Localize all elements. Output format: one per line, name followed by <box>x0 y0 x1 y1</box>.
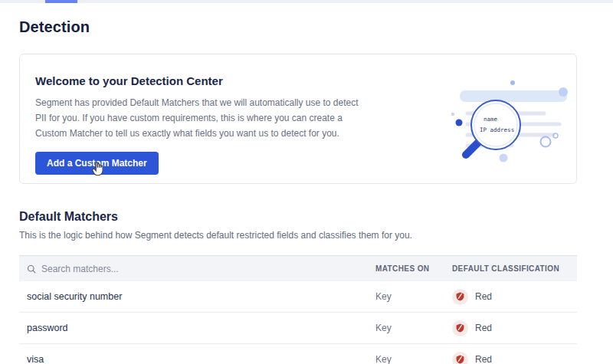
search-icon <box>27 264 36 274</box>
table-row: password Key Red <box>19 313 577 344</box>
magnifier-label-name: name <box>484 116 498 123</box>
classification-label: Red <box>475 323 492 333</box>
matcher-matches-on: Key <box>375 291 452 302</box>
shield-icon <box>456 323 464 333</box>
active-tab-indicator[interactable] <box>45 0 77 3</box>
detection-illustration: name IP address <box>438 65 576 172</box>
magnifier-glass <box>471 100 520 149</box>
matcher-name: visa <box>19 354 375 364</box>
welcome-description: Segment has provided Default Matchers th… <box>35 95 366 141</box>
search-matchers-input[interactable] <box>41 264 271 274</box>
matcher-classification: Red <box>452 289 577 305</box>
dot-small-blue <box>510 80 515 85</box>
classification-label: Red <box>475 354 492 364</box>
welcome-heading: Welcome to your Detection Center <box>35 74 223 87</box>
table-row: visa Key Red <box>19 344 577 364</box>
table-row: social security number Key Red <box>19 281 577 313</box>
tab-bar <box>0 0 613 3</box>
dot-dark-blue <box>456 120 463 126</box>
matchers-table: Matches On Default Classification social… <box>19 255 577 364</box>
matcher-matches-on: Key <box>375 323 452 333</box>
column-header-default-classification: Default Classification <box>452 264 577 273</box>
column-header-matches-on: Matches On <box>375 264 452 273</box>
welcome-card: Welcome to your Detection Center Segment… <box>19 54 577 184</box>
default-matchers-subtitle: This is the logic behind how Segment det… <box>19 230 412 241</box>
matcher-classification: Red <box>452 320 577 336</box>
default-matchers-heading: Default Matchers <box>19 210 118 224</box>
classification-badge <box>452 320 468 336</box>
classification-badge <box>452 289 468 305</box>
page-title: Detection <box>19 18 90 36</box>
magnifier-label-ip: IP address <box>480 126 514 133</box>
matcher-matches-on: Key <box>375 354 452 364</box>
classification-label: Red <box>475 291 492 302</box>
matcher-name: password <box>19 323 375 333</box>
table-header: Matches On Default Classification <box>19 256 577 281</box>
classification-badge <box>452 352 468 364</box>
matcher-name: social security number <box>19 291 375 302</box>
dot-light-blue <box>559 87 568 97</box>
search-cell <box>19 264 375 274</box>
shield-icon <box>456 355 464 364</box>
shield-icon <box>456 292 464 301</box>
add-custom-matcher-button[interactable]: Add a Custom Matcher <box>35 152 159 175</box>
detection-page: Detection Welcome to your Detection Cent… <box>0 0 613 364</box>
matcher-classification: Red <box>452 352 577 364</box>
